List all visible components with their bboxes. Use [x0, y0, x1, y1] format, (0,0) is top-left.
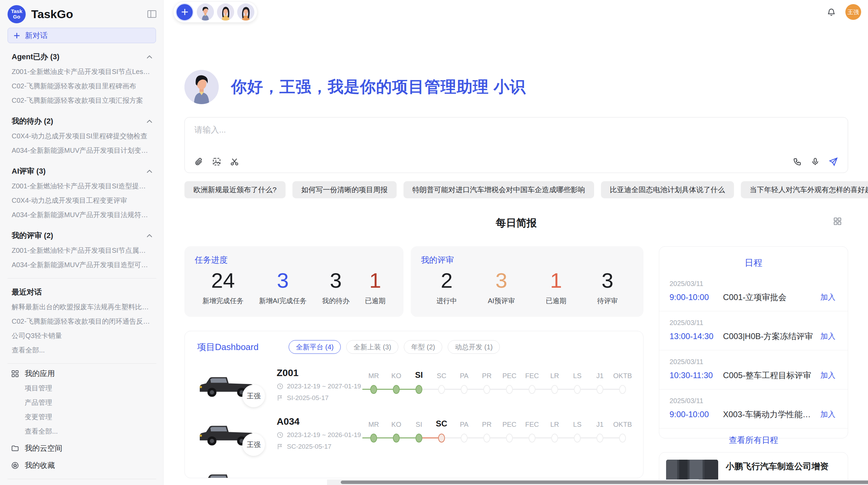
metric-value: 3: [259, 268, 307, 293]
sidebar: Task Go TaskGo 新对话 Agent已办 (3) Z001-全新燃油…: [0, 0, 164, 485]
project-dates: 2023-12-19 ~ 2027-01-19: [277, 383, 362, 390]
project-next-milestone: SC-2025-05-17: [277, 443, 362, 450]
join-link[interactable]: 加入: [820, 409, 835, 420]
schedule-date: 2025/03/11: [670, 280, 835, 288]
project-row[interactable]: [197, 464, 631, 478]
new-chat-button[interactable]: 新对话: [8, 28, 156, 43]
metric-value: 2: [436, 268, 457, 293]
scissors-icon[interactable]: [230, 157, 239, 166]
section-label: 最近对话: [12, 287, 42, 297]
avatar[interactable]: [197, 3, 214, 21]
greeting-block: 你好，王强，我是你的项目管理助理 小识: [184, 70, 866, 104]
grid-icon: [11, 370, 19, 378]
dashboard-tabs: 全新平台 (4) 全新上装 (3) 年型 (2) 动总开发 (1): [289, 340, 500, 354]
schedule-item: 2025/03/11 9:00-10:00 C001-立项审批会 加入: [659, 272, 848, 311]
apps-view-all-link[interactable]: 查看全部...: [8, 424, 156, 438]
metric-value: 3: [597, 268, 618, 293]
recent-chat-item[interactable]: 公司Q3轻卡销量: [8, 328, 156, 343]
section-my-todo[interactable]: 我的待办 (2): [12, 115, 152, 127]
image-upload-icon[interactable]: [212, 157, 221, 166]
join-link[interactable]: 加入: [820, 370, 835, 381]
sidebar-item[interactable]: C02-飞腾新能源轻客改款项目里程碑画布: [8, 79, 156, 93]
my-review-card: 我的评审 2 进行中 3 AI预评审: [411, 246, 643, 317]
divider: [8, 479, 156, 479]
chat-input-card[interactable]: [184, 117, 848, 173]
task-progress-card: 任务进度 24 新增完成任务 3 新增AI完成任务: [184, 246, 403, 317]
sidebar-collapse-icon[interactable]: [147, 10, 156, 18]
project-image: 王强: [197, 367, 255, 402]
app-item-product-mgmt[interactable]: 产品管理: [8, 395, 156, 410]
suggestion-chip[interactable]: 欧洲新规最近颁布了什么?: [184, 181, 286, 198]
sidebar-item[interactable]: C0X4-动力总成开发项目工程变更评审: [8, 193, 156, 208]
suggestion-chip[interactable]: 特朗普可能对进口汽车增税会对中国车企造成哪些影响: [403, 181, 594, 198]
suggestion-chip[interactable]: 当下年轻人对汽车外观有怎样的喜好趋势: [741, 181, 868, 198]
join-link[interactable]: 加入: [820, 331, 835, 341]
join-link[interactable]: 加入: [820, 292, 835, 302]
section-my-review[interactable]: 我的评审 (2): [12, 229, 152, 242]
chevron-up-icon: [147, 170, 152, 173]
tab-new-body[interactable]: 全新上装 (3): [346, 340, 398, 354]
flag-icon: [277, 395, 284, 401]
recent-view-all-link[interactable]: 查看全部...: [8, 343, 156, 357]
sidebar-item-favorites[interactable]: 我的收藏: [8, 458, 156, 473]
project-row[interactable]: 王强 Z001 2023-12-19 ~ 2027-01-19: [197, 367, 631, 402]
horizontal-scrollbar-track[interactable]: [327, 480, 868, 485]
tab-powertrain[interactable]: 动总开发 (1): [448, 340, 500, 354]
notification-bell-icon[interactable]: [827, 8, 836, 16]
microphone-icon[interactable]: [811, 157, 820, 166]
sidebar-item[interactable]: Z001-全新燃油轻卡产品开发项目SI节点属性5D文件评审: [8, 243, 156, 258]
metric: 3 待评审: [597, 268, 618, 306]
metrics: 24 新增完成任务 3 新增AI完成任务 3 我的待办: [195, 268, 393, 306]
schedule-view-all-link[interactable]: 查看所有日程: [659, 435, 848, 446]
assistant-avatar: [184, 70, 219, 104]
sidebar-item[interactable]: A034-全新新能源MUV产品开发项目法规符合性评审: [8, 208, 156, 222]
send-icon[interactable]: [829, 157, 838, 166]
horizontal-scrollbar-thumb[interactable]: [341, 481, 868, 484]
sidebar-item[interactable]: Z001-全新燃油皮卡产品开发项目SI节点Lesson Learn报告: [8, 64, 156, 79]
schedule-date: 2025/03/11: [670, 397, 835, 405]
project-dashboard-card: 项目Dashboard 全新平台 (4) 全新上装 (3) 年型 (2) 动总开…: [184, 331, 643, 478]
project-row[interactable]: 王强 A034 2023-12-19 ~ 2026-01-19: [197, 415, 631, 451]
sidebar-item[interactable]: C0X4-动力总成开发项目SI里程碑提交物检查: [8, 129, 156, 143]
project-next-milestone: SI-2025-05-17: [277, 394, 362, 402]
avatar[interactable]: [237, 3, 254, 21]
schedule-time: 10:30-11:30: [670, 371, 723, 380]
tab-new-platform[interactable]: 全新平台 (4): [289, 340, 341, 354]
milestone-strip: MRKOSISCPAPRPECFECLRLSJ1OKTB: [362, 417, 634, 450]
suggestion-chip[interactable]: 比亚迪全固态电池计划具体说了什么: [601, 181, 734, 198]
suggestion-chip[interactable]: 如何写一份清晰的项目周报: [292, 181, 397, 198]
attachment-icon[interactable]: [194, 157, 203, 166]
chevron-up-icon: [147, 55, 152, 59]
phone-call-icon[interactable]: [793, 157, 802, 166]
metric-label: 新增AI完成任务: [259, 296, 307, 306]
schedule-date: 2025/03/11: [670, 358, 835, 366]
layout-grid-icon[interactable]: [833, 217, 842, 226]
main-content: 你好，王强，我是你的项目管理助理 小识: [164, 70, 866, 485]
plus-icon: [181, 8, 189, 16]
stat-card-title: 任务进度: [195, 254, 393, 265]
app-item-project-mgmt[interactable]: 项目管理: [8, 381, 156, 395]
sidebar-item-cloud-space[interactable]: 我的云空间: [8, 441, 156, 456]
sidebar-item[interactable]: A034-全新新能源MUV产品开发项目造型可行性评审: [8, 258, 156, 272]
briefing-body: 任务进度 24 新增完成任务 3 新增AI完成任务: [184, 246, 866, 485]
milestone-strip: MRKOSISCPAPRPECFECLRLSJ1OKTB: [362, 368, 634, 401]
sidebar-item[interactable]: A034-全新新能源MUV产品开发项目计划变更表编写: [8, 143, 156, 158]
stats-row: 任务进度 24 新增完成任务 3 新增AI完成任务: [184, 246, 643, 317]
sidebar-item-ai-employee[interactable]: AI超级员工: [8, 482, 156, 485]
avatar[interactable]: [217, 3, 234, 21]
chat-input[interactable]: [194, 125, 838, 135]
sidebar-item-my-apps[interactable]: 我的应用: [8, 366, 156, 381]
section-ai-review[interactable]: AI评审 (3): [12, 165, 152, 177]
add-member-button[interactable]: [176, 3, 194, 21]
metric-label: 进行中: [436, 296, 457, 306]
app-item-change-mgmt[interactable]: 变更管理: [8, 410, 156, 424]
section-agent-done[interactable]: Agent已办 (3): [12, 51, 152, 63]
sidebar-item[interactable]: Z001-全新燃油轻卡产品开发项目SI造型提交物评审: [8, 179, 156, 193]
metric-value: 24: [203, 268, 244, 293]
recent-chat-item[interactable]: 解释最新出台的欧盟报废车法规再生塑料比例被调至15%...: [8, 300, 156, 314]
project-dates: 2023-12-19 ~ 2026-01-19: [277, 431, 362, 439]
sidebar-item[interactable]: C02-飞腾新能源轻客改款项目立项汇报方案: [8, 93, 156, 108]
tab-model-year[interactable]: 年型 (2): [404, 340, 442, 354]
user-avatar[interactable]: 王强: [845, 4, 861, 20]
recent-chat-item[interactable]: C02-飞腾新能源轻客改款项目的闭环通告反馈情况: [8, 314, 156, 328]
